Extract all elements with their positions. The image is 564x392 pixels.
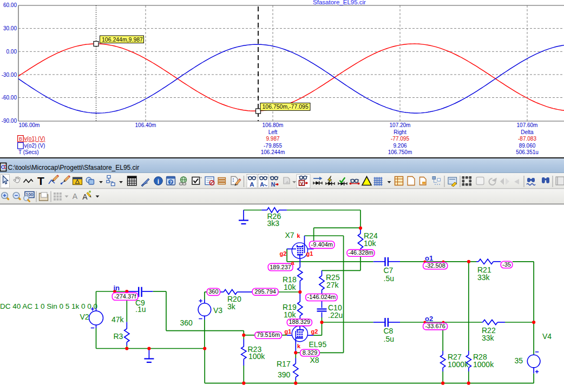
svg-text:.22u: .22u bbox=[328, 311, 343, 320]
svg-text:v(o2) (V): v(o2) (V) bbox=[24, 143, 45, 149]
svg-text:Right: Right bbox=[394, 129, 406, 135]
svg-text:-90.00: -90.00 bbox=[2, 118, 17, 124]
svg-text:R17: R17 bbox=[277, 360, 291, 368]
svg-text:10k: 10k bbox=[364, 239, 377, 248]
svg-text:-35: -35 bbox=[502, 261, 511, 268]
svg-text:V: V bbox=[300, 181, 303, 186]
svg-text:-77.095: -77.095 bbox=[391, 136, 409, 142]
svg-text:107.20m: 107.20m bbox=[390, 122, 411, 128]
svg-text:o2: o2 bbox=[425, 315, 433, 323]
svg-text:.5u: .5u bbox=[384, 335, 394, 343]
svg-text:C:\tools\Microcap\Progetti\Sfa: C:\tools\Microcap\Progetti\Sfasatore_EL9… bbox=[8, 164, 140, 171]
svg-text:30.00: 30.00 bbox=[3, 25, 17, 31]
svg-text:107.60m: 107.60m bbox=[517, 122, 538, 128]
svg-text:33k: 33k bbox=[477, 273, 490, 282]
svg-text:V3: V3 bbox=[213, 306, 222, 315]
svg-text:390: 390 bbox=[278, 370, 291, 379]
svg-text:DC 40 AC 1 0 Sin 0 5 1k 0 0 0: DC 40 AC 1 0 Sin 0 5 1k 0 0 0 bbox=[0, 302, 97, 310]
svg-text:-274.37f: -274.37f bbox=[114, 293, 136, 300]
svg-text:0.00: 0.00 bbox=[6, 49, 17, 55]
svg-text:Delta: Delta bbox=[521, 129, 534, 135]
svg-text:360: 360 bbox=[180, 318, 193, 327]
svg-text:33k: 33k bbox=[482, 334, 495, 342]
svg-text:X7: X7 bbox=[285, 231, 294, 240]
svg-text:.1u: .1u bbox=[135, 305, 146, 314]
svg-text:10k: 10k bbox=[284, 283, 297, 291]
svg-text:360: 360 bbox=[208, 288, 218, 295]
svg-text:9.206: 9.206 bbox=[393, 143, 406, 149]
svg-text:g1: g1 bbox=[306, 250, 313, 257]
svg-text:106.80m: 106.80m bbox=[263, 122, 284, 128]
svg-text:106.750m: 106.750m bbox=[388, 149, 412, 155]
svg-text:g2: g2 bbox=[280, 250, 287, 257]
svg-text:79.516m: 79.516m bbox=[257, 331, 280, 338]
svg-text:47k: 47k bbox=[112, 315, 124, 324]
svg-text:N: N bbox=[271, 181, 276, 188]
svg-text:in: in bbox=[114, 284, 120, 292]
svg-text:Left: Left bbox=[268, 129, 278, 135]
svg-text:60.00: 60.00 bbox=[3, 2, 17, 8]
svg-text:X8: X8 bbox=[310, 356, 319, 364]
svg-text:27k: 27k bbox=[326, 281, 339, 289]
svg-text:V4: V4 bbox=[542, 332, 552, 341]
svg-text:3k: 3k bbox=[227, 302, 236, 311]
svg-text:106.40m: 106.40m bbox=[135, 122, 156, 128]
svg-text:506.351u: 506.351u bbox=[516, 149, 539, 155]
svg-text:188.329: 188.329 bbox=[288, 318, 310, 325]
svg-text:106.750m,-77.095: 106.750m,-77.095 bbox=[263, 103, 309, 110]
svg-text:g1: g1 bbox=[285, 328, 292, 335]
svg-text:A: A bbox=[260, 181, 264, 188]
svg-text:8.329: 8.329 bbox=[303, 349, 318, 356]
svg-text:1000k: 1000k bbox=[473, 360, 494, 369]
svg-text:35: 35 bbox=[515, 356, 523, 365]
svg-text:89.060: 89.060 bbox=[519, 143, 536, 149]
svg-text:T (Secs): T (Secs) bbox=[18, 149, 39, 155]
svg-text:3k3: 3k3 bbox=[267, 219, 280, 228]
svg-text:A: A bbox=[73, 192, 78, 201]
svg-text:R3: R3 bbox=[114, 332, 123, 341]
svg-text:i: i bbox=[158, 178, 159, 185]
svg-text:-60.00: -60.00 bbox=[2, 95, 17, 101]
svg-text:v(o1) (V): v(o1) (V) bbox=[24, 136, 45, 142]
svg-text:100k: 100k bbox=[248, 352, 265, 361]
svg-text:k: k bbox=[297, 343, 301, 349]
svg-text:-46.328m: -46.328m bbox=[348, 249, 373, 256]
svg-text:-146.024m: -146.024m bbox=[307, 294, 336, 300]
svg-text:-87.083: -87.083 bbox=[518, 136, 536, 142]
svg-text:T: T bbox=[37, 175, 44, 187]
svg-text:106.244m,9.987: 106.244m,9.987 bbox=[102, 36, 143, 43]
svg-text:1000k: 1000k bbox=[448, 360, 469, 369]
svg-text:9.987: 9.987 bbox=[266, 136, 279, 142]
svg-text:a: a bbox=[291, 260, 295, 266]
svg-text:k: k bbox=[297, 232, 301, 239]
svg-text:B: B bbox=[19, 136, 22, 142]
svg-text:-32.508: -32.508 bbox=[425, 262, 445, 269]
svg-text:V2: V2 bbox=[80, 313, 89, 321]
svg-text:EL95: EL95 bbox=[309, 340, 327, 349]
svg-text:?: ? bbox=[169, 180, 173, 185]
svg-text:A: A bbox=[250, 181, 254, 188]
svg-text:-33.676: -33.676 bbox=[425, 323, 445, 329]
svg-text:106.244m: 106.244m bbox=[261, 149, 285, 155]
svg-text:10k: 10k bbox=[284, 310, 297, 319]
svg-text:189.237: 189.237 bbox=[270, 264, 291, 270]
svg-text:295.794: 295.794 bbox=[254, 288, 276, 295]
svg-text:-9.404m: -9.404m bbox=[311, 241, 333, 248]
svg-text:.5u: .5u bbox=[384, 274, 394, 283]
svg-text:g2: g2 bbox=[311, 328, 318, 335]
svg-text:106.00m: 106.00m bbox=[19, 122, 40, 128]
svg-text:-30.00: -30.00 bbox=[2, 72, 17, 78]
svg-text:-79.855: -79.855 bbox=[264, 143, 282, 149]
svg-text:o1: o1 bbox=[425, 254, 433, 262]
svg-text:Sfasatore_EL95.cir: Sfasatore_EL95.cir bbox=[313, 0, 366, 5]
